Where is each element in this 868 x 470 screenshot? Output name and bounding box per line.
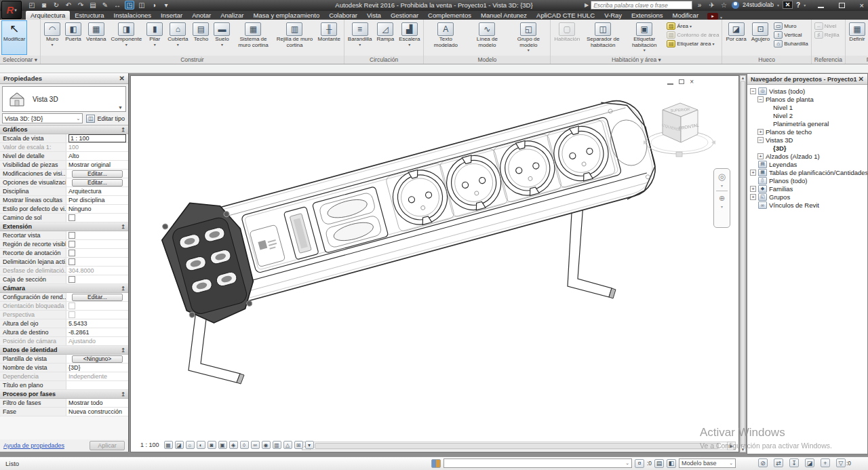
temp-view-properties-icon[interactable] — [273, 441, 281, 449]
filter-button[interactable]: :0 — [836, 458, 851, 467]
view-minimize-icon[interactable] — [667, 83, 673, 85]
tab-anotar[interactable]: Anotar — [187, 11, 216, 20]
zoom-icon[interactable]: ⊕ — [719, 194, 725, 203]
perspectiva-value[interactable] — [66, 311, 128, 319]
filtro-de-fases-value[interactable]: Mostrar todo — [66, 399, 128, 407]
area-button[interactable]: Área▾ — [667, 22, 719, 30]
cubierta-button[interactable]: Cubierta▾ — [165, 20, 190, 55]
tab-v-ray[interactable]: V-Ray — [599, 11, 627, 20]
view-3d-icon[interactable] — [125, 1, 134, 9]
collapse-icon[interactable]: − — [757, 96, 764, 102]
scroll-right-icon[interactable]: ▶ — [727, 442, 736, 450]
section-graficos[interactable]: Gráficos↥ — [0, 125, 128, 134]
favorites-star-icon[interactable] — [719, 1, 728, 9]
section-proceso-por-fases[interactable]: Proceso por fases↥ — [0, 390, 128, 399]
desfase-de-delimitacio-value[interactable]: 304.8000 — [66, 267, 128, 275]
tree-item-familias[interactable]: +Familias — [747, 184, 867, 193]
measure-icon[interactable] — [100, 1, 110, 9]
crop-region-icon[interactable] — [218, 441, 227, 449]
plantilla-de-vista-value[interactable]: <Ninguno> — [66, 355, 128, 363]
view-restore-icon[interactable] — [679, 79, 684, 84]
delimitacion-lejana-acti-value[interactable] — [66, 258, 128, 266]
display-options-icon[interactable] — [305, 441, 314, 449]
minimize-button[interactable] — [818, 7, 824, 8]
grupo-de-modelo-button[interactable]: Grupo de modelo▾ — [508, 20, 549, 55]
section-pin-icon[interactable]: ↥ — [121, 127, 125, 133]
active-workset-select[interactable]: ⌄ — [443, 458, 632, 468]
ventana-button[interactable]: Ventana — [84, 20, 108, 55]
altura-de-destino-value[interactable]: -8.2861 — [66, 328, 128, 336]
suelo-button[interactable]: Suelo▾ — [212, 20, 232, 55]
hscroll-thumb[interactable] — [315, 443, 719, 449]
section-datos-de-identidad[interactable]: Datos de identidad↥ — [0, 346, 128, 355]
por-cara-button[interactable]: Por cara — [724, 20, 748, 55]
save-icon[interactable] — [39, 1, 49, 9]
section-extension[interactable]: Extensión↥ — [0, 222, 128, 231]
tree-item-vinculos-de-revit[interactable]: Vínculos de Revit — [747, 201, 867, 209]
camino-de-sol-value[interactable] — [66, 214, 128, 222]
properties-help-link[interactable]: Ayuda de propiedades — [3, 442, 64, 449]
visual-style-icon[interactable] — [175, 441, 184, 449]
tree-item-vistas-todo[interactable]: −Vistas (todo) — [747, 87, 867, 95]
section-pin-icon[interactable]: ↥ — [121, 224, 125, 230]
maximize-button[interactable] — [839, 3, 845, 8]
tree-item-vistas-3d[interactable]: −Vistas 3D — [747, 136, 867, 144]
render-dialog-icon[interactable] — [208, 441, 216, 449]
techo-button[interactable]: Techo — [191, 20, 211, 55]
user-name[interactable]: 24studiolab — [743, 1, 774, 8]
viewcube[interactable]: SUPERIOR FRONTAL IZQUIERDA — [642, 94, 717, 167]
etiquetar-habitacion-button[interactable]: Etiquetar habitación▾ — [624, 20, 665, 55]
section-icon[interactable] — [137, 1, 146, 9]
customize-icon[interactable] — [161, 1, 171, 9]
tab-aplicad-cte-hulc[interactable]: ApliCAD CTE HULC — [532, 11, 599, 20]
tab-masa-y-emplazamiento[interactable]: Masa y emplazamiento — [249, 11, 325, 20]
tab-instalaciones[interactable]: Instalaciones — [109, 11, 156, 20]
buhardilla-button[interactable]: Buhardilla — [774, 39, 808, 47]
unlock-view-icon[interactable] — [240, 441, 249, 449]
scroll-down-icon[interactable]: ▼ — [741, 448, 745, 452]
show-crop-icon[interactable] — [229, 441, 238, 449]
tree-item-nivel-1[interactable]: Nivel 1 — [747, 103, 867, 111]
undo-icon[interactable] — [64, 1, 73, 9]
project-browser-close-icon[interactable]: ✕ — [859, 75, 864, 83]
tree-item-3d[interactable]: {3D} — [747, 144, 867, 152]
tree-item-planos-todo[interactable]: Planos (todo) — [747, 176, 867, 184]
puerta-button[interactable]: Puerta — [63, 20, 83, 55]
video-button[interactable]: ▸ — [707, 13, 718, 20]
temp-hide-icon[interactable] — [251, 441, 260, 449]
section-pin-icon[interactable]: ↥ — [121, 347, 125, 353]
agujero-button[interactable]: Agujero — [749, 20, 772, 55]
valor-de-escala-1-value[interactable]: 100 — [66, 143, 128, 151]
scroll-up-icon[interactable]: ▲ — [741, 76, 745, 80]
escalera-button[interactable]: Escalera▾ — [397, 20, 422, 55]
section-pin-icon[interactable]: ↥ — [121, 391, 125, 397]
ribbon-state-caret-icon[interactable]: ▾ — [720, 15, 722, 20]
tree-item-grupos[interactable]: +Grupos — [747, 193, 867, 201]
tab-modificar[interactable]: Modificar — [668, 11, 704, 20]
recorte-de-anotacion-value[interactable] — [66, 249, 128, 257]
orientacion-bloqueada-value[interactable] — [66, 302, 128, 310]
view-close-icon[interactable]: × — [690, 78, 694, 85]
editing-requests-icon[interactable] — [635, 459, 644, 468]
apply-button[interactable]: Aplicar — [90, 441, 125, 450]
user-avatar-icon[interactable] — [732, 1, 739, 9]
tree-item-nivel-2[interactable]: Nivel 2 — [747, 111, 867, 119]
exchange-apps-icon[interactable]: ✕ — [783, 1, 793, 9]
expand-icon[interactable]: + — [757, 153, 764, 159]
camino-de-sol-checkbox[interactable] — [68, 214, 75, 221]
montante-button[interactable]: Montante — [315, 20, 342, 55]
drawing-area[interactable]: × SUPERIOR FRONTAL IZQUIERDA ◎ ▾ ⊕ ▾ — [130, 75, 739, 452]
separador-de-habitacion-button[interactable]: Separador de habitación — [583, 20, 623, 55]
sync-icon[interactable] — [52, 1, 61, 9]
tab-vista[interactable]: Vista — [362, 11, 386, 20]
search-go-icon[interactable] — [695, 1, 704, 9]
barandilla-button[interactable]: Barandilla▾ — [346, 20, 374, 55]
estilo-por-defecto-de-vi-value[interactable]: Ninguno — [66, 205, 128, 213]
linea-de-modelo-button[interactable]: Línea de modelo — [467, 20, 507, 55]
dependencia-value[interactable]: Independiente — [66, 372, 128, 380]
recorte-de-anotacion-checkbox[interactable] — [68, 250, 75, 256]
modificar-button[interactable]: Modificar — [1, 20, 27, 55]
tree-item-planimetria-general[interactable]: Planimetría general — [747, 119, 867, 128]
section-pin-icon[interactable]: ↥ — [121, 286, 125, 292]
tree-item-planos-de-techo[interactable]: +Planos de techo — [747, 128, 867, 136]
